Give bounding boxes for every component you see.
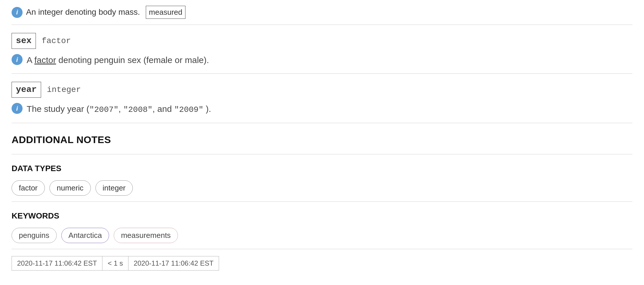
additional-notes-title: ADDITIONAL NOTES bbox=[12, 132, 632, 147]
tag-antarctica[interactable]: Antarctica bbox=[61, 228, 109, 243]
tag-numeric[interactable]: numeric bbox=[49, 180, 91, 196]
tag-measurements[interactable]: measurements bbox=[114, 228, 178, 243]
tag-integer[interactable]: integer bbox=[95, 180, 133, 196]
year-description: i The study year ("2007", "2008", and "2… bbox=[12, 102, 632, 116]
year-header: year integer bbox=[12, 82, 632, 98]
body-mass-partial-row: i An integer denoting body mass. measure… bbox=[12, 0, 632, 25]
keywords-tags: penguins Antarctica measurements bbox=[12, 228, 632, 243]
info-icon-sex: i bbox=[12, 54, 23, 65]
sex-variable-section: sex factor i A factor denoting penguin s… bbox=[12, 25, 632, 74]
info-icon: i bbox=[12, 7, 23, 18]
year-desc-text: The study year ("2007", "2008", and "200… bbox=[27, 102, 211, 116]
footer-row: 2020-11-17 11:06:42 EST < 1 s 2020-11-17… bbox=[12, 249, 632, 277]
sex-var-type: factor bbox=[42, 35, 71, 47]
sex-var-name: sex bbox=[12, 33, 36, 49]
timestamp-start: 2020-11-17 11:06:42 EST bbox=[12, 256, 102, 271]
data-types-section: DATA TYPES factor numeric integer bbox=[12, 154, 632, 202]
tag-factor[interactable]: factor bbox=[12, 180, 45, 196]
measured-badge: measured bbox=[146, 6, 186, 19]
data-types-title: DATA TYPES bbox=[12, 162, 632, 175]
sex-description: i A factor denoting penguin sex (female … bbox=[12, 53, 632, 66]
year2-code: "2008" bbox=[123, 105, 152, 114]
year-variable-section: year integer i The study year ("2007", "… bbox=[12, 74, 632, 123]
year1-code: "2007" bbox=[89, 105, 119, 114]
year3-code: "2009" bbox=[174, 105, 203, 114]
sex-factor-link: factor bbox=[34, 55, 56, 65]
duration-box: < 1 s bbox=[102, 256, 128, 271]
year-var-name: year bbox=[12, 82, 41, 98]
sex-header: sex factor bbox=[12, 33, 632, 49]
additional-notes-section: ADDITIONAL NOTES bbox=[12, 123, 632, 154]
data-types-tags: factor numeric integer bbox=[12, 180, 632, 196]
sex-desc-text: A factor denoting penguin sex (female or… bbox=[27, 53, 209, 66]
year-var-type: integer bbox=[47, 84, 81, 96]
body-mass-text: An integer denoting body mass. measured bbox=[26, 6, 185, 19]
keywords-title: KEYWORDS bbox=[12, 210, 632, 222]
page-container: i An integer denoting body mass. measure… bbox=[0, 0, 644, 277]
keywords-section: KEYWORDS penguins Antarctica measurement… bbox=[12, 202, 632, 249]
tag-penguins[interactable]: penguins bbox=[12, 228, 57, 243]
timestamp-end: 2020-11-17 11:06:42 EST bbox=[128, 256, 219, 271]
info-icon-year: i bbox=[12, 103, 23, 114]
